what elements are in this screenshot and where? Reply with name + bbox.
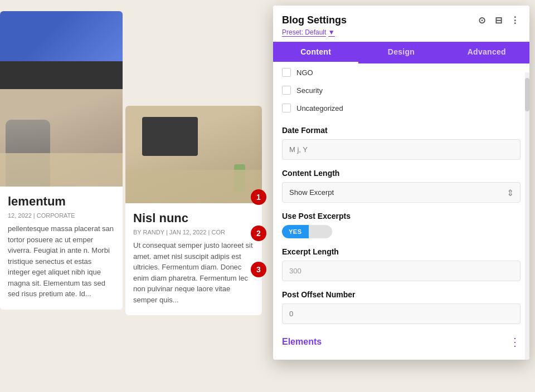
card-img-laptop1 (0, 89, 123, 187)
panel-header-icons: ⊙ ⊟ ⋮ (476, 15, 521, 26)
preset-row[interactable]: Preset: Default ▼ (282, 26, 521, 42)
toggle-row: YES (282, 225, 521, 238)
date-format-input[interactable] (282, 139, 521, 160)
checkbox-security[interactable]: Security (282, 81, 521, 99)
step-badge-2: 2 (251, 226, 266, 241)
card-img-blue (0, 11, 123, 61)
card-text-1: pellentesque massa placerat san tortor p… (8, 223, 115, 300)
columns-icon[interactable]: ⊟ (493, 15, 504, 26)
card-meta-1: 12, 2022 | CORPORATE (8, 212, 115, 219)
blog-card-0: lementum 12, 2022 | CORPORATE pellentesq… (0, 11, 123, 310)
content-length-select[interactable]: Show Excerpt Show Full Content Show No C… (282, 182, 521, 203)
spacer-top (125, 11, 262, 106)
card-text-2: Ut consequat semper justo laoreet sit am… (133, 240, 254, 305)
toggle-yes-button[interactable]: YES (282, 225, 309, 238)
panel-content: NGO Security Uncategorized Date Format C… (273, 63, 529, 360)
blog-col-1: Nisl nunc BY RANDY | JAN 12, 2022 | COR … (123, 0, 262, 392)
target-icon[interactable]: ⊙ (476, 15, 487, 26)
post-offset-input[interactable] (282, 303, 521, 324)
checkbox-uncategorized-label: Uncategorized (296, 104, 343, 112)
scrollbar-track[interactable] (525, 72, 529, 360)
tab-design[interactable]: Design (358, 42, 444, 63)
checkbox-ngo-box[interactable] (282, 68, 291, 77)
elements-title: Elements (282, 337, 322, 347)
checkbox-ngo-label: NGO (296, 68, 313, 77)
card-title-1: lementum (8, 194, 115, 209)
card-body-1: lementum 12, 2022 | CORPORATE pellentesq… (0, 187, 123, 310)
toggle-no-button[interactable] (309, 225, 332, 238)
excerpt-length-label: Excerpt Length (282, 247, 521, 256)
card-img-dark (0, 61, 123, 89)
checkbox-security-label: Security (296, 86, 323, 95)
content-length-wrapper: Show Excerpt Show Full Content Show No C… (282, 182, 521, 203)
use-post-excerpts-label: Use Post Excerpts (282, 212, 521, 220)
desk-shape-2 (125, 170, 262, 203)
card-title-2: Nisl nunc (133, 211, 254, 226)
card-meta-2: BY RANDY | JAN 12, 2022 | COR (133, 229, 254, 236)
elements-dots-icon[interactable]: ⋮ (509, 335, 521, 349)
panel-title: Blog Settings (282, 14, 347, 26)
panel-title-row: Blog Settings ⊙ ⊟ ⋮ (282, 14, 521, 26)
settings-panel: Blog Settings ⊙ ⊟ ⋮ Preset: Default ▼ Co… (273, 6, 529, 360)
checkbox-security-box[interactable] (282, 86, 291, 95)
checkbox-uncategorized-box[interactable] (282, 104, 291, 112)
laptop-shape (142, 117, 198, 156)
card-img-laptop2 (125, 106, 262, 203)
tab-content[interactable]: Content (273, 42, 358, 63)
checkbox-ngo[interactable]: NGO (282, 63, 521, 81)
step-badge-1: 1 (251, 189, 266, 205)
content-length-label: Content Length (282, 169, 521, 178)
elements-header: Elements ⋮ (282, 335, 521, 351)
panel-tabs: Content Design Advanced (273, 42, 529, 63)
tab-advanced[interactable]: Advanced (444, 42, 529, 63)
scrollbar-thumb[interactable] (525, 78, 529, 111)
panel-header: Blog Settings ⊙ ⊟ ⋮ Preset: Default ▼ (273, 6, 529, 42)
more-icon[interactable]: ⋮ (509, 15, 521, 26)
excerpt-length-input[interactable] (282, 261, 521, 281)
post-offset-label: Post Offset Number (282, 290, 521, 299)
card-body-2: Nisl nunc BY RANDY | JAN 12, 2022 | COR … (125, 203, 262, 315)
blog-card-2: Nisl nunc BY RANDY | JAN 12, 2022 | COR … (125, 106, 262, 315)
date-format-label: Date Format (282, 126, 521, 135)
checkbox-uncategorized[interactable]: Uncategorized (282, 99, 521, 117)
step-badge-3: 3 (251, 262, 266, 277)
blog-col-0: lementum 12, 2022 | CORPORATE pellentesq… (0, 0, 123, 392)
desk-shape (0, 153, 123, 187)
